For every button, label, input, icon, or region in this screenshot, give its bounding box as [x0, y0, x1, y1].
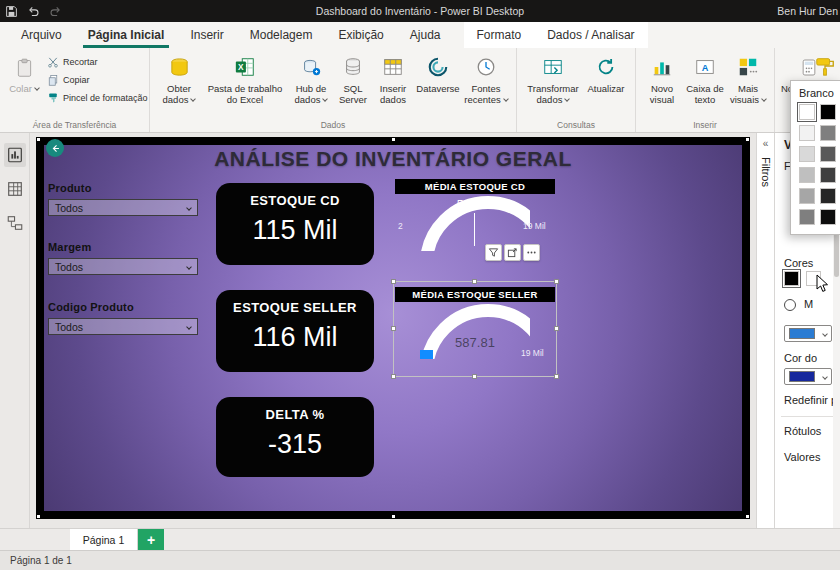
refresh-button[interactable]: Atualizar [583, 51, 629, 94]
resize-handle[interactable] [554, 326, 559, 331]
color-swatch[interactable] [799, 188, 815, 204]
color-swatch[interactable] [820, 146, 836, 162]
slicer-label-produto: Produto [48, 182, 92, 194]
color-swatch[interactable] [799, 167, 815, 183]
data-view-button[interactable] [4, 177, 26, 201]
resize-handle[interactable] [472, 279, 477, 284]
focus-mode-icon[interactable] [504, 244, 521, 261]
color-swatch[interactable] [820, 125, 836, 141]
dashboard-background: ANÁLISE DO INVENTÁRIO GERAL Produto Todo… [44, 145, 742, 511]
filter-icon[interactable] [485, 244, 502, 261]
chevron-down-icon [34, 85, 40, 91]
resize-handle[interactable] [554, 279, 559, 284]
tab-exibicao[interactable]: Exibição [325, 22, 396, 48]
table-icon [382, 54, 404, 80]
get-data-button[interactable]: Obter dados [156, 51, 202, 105]
add-page-button[interactable]: + [138, 529, 164, 550]
color-dropdown-2[interactable] [784, 368, 832, 385]
save-icon[interactable] [0, 0, 22, 22]
tab-modelagem[interactable]: Modelagem [237, 22, 326, 48]
sql-server-button[interactable]: SQL Server [334, 51, 372, 105]
color-swatch[interactable] [799, 209, 815, 225]
resize-handle[interactable] [391, 326, 396, 331]
paste-button[interactable]: Colar [6, 51, 42, 107]
slicer-dropdown-margem[interactable]: Todos [48, 258, 198, 275]
chevron-down-icon [186, 205, 192, 211]
card-estoque-seller[interactable]: ESTOQUE SELLER 116 Mil [216, 290, 374, 372]
recent-sources-button[interactable]: Fontes recentes [462, 51, 510, 105]
filters-pane-collapsed[interactable]: « Filtros [756, 133, 774, 528]
gauge-seller-arc[interactable] [420, 304, 530, 359]
gauge-cd-min: 2 [398, 221, 403, 231]
color-dropdown-1[interactable] [784, 325, 832, 342]
resize-handle[interactable] [391, 279, 396, 284]
tab-bar-spacer [0, 529, 70, 550]
more-visuals-icon [737, 54, 759, 80]
redo-icon[interactable] [44, 0, 66, 22]
resize-handle[interactable] [472, 374, 477, 379]
color-swatch[interactable] [820, 104, 836, 120]
color-swatch[interactable] [820, 188, 836, 204]
page-handle [392, 138, 395, 141]
tab-dados-analisar[interactable]: Dados / Analisar [534, 22, 647, 48]
format-painter-button[interactable]: Pincel de formatação [44, 89, 151, 107]
data-hub-button[interactable]: Hub de dados [288, 51, 334, 105]
account-name[interactable]: Ben Hur Den [777, 0, 838, 22]
tab-formato[interactable]: Formato [464, 22, 535, 48]
report-page[interactable]: ANÁLISE DO INVENTÁRIO GERAL Produto Todo… [36, 137, 750, 519]
undo-arrow-icon [27, 5, 40, 18]
chevron-down-icon [822, 374, 828, 380]
data-hub-icon [300, 54, 322, 80]
slicer-dropdown-produto[interactable]: Todos [48, 199, 198, 216]
more-visuals-button[interactable]: Mais visuais [728, 51, 768, 105]
tab-ajuda[interactable]: Ajuda [397, 22, 454, 48]
color-swatch[interactable] [799, 104, 815, 120]
dashboard-title: ANÁLISE DO INVENTÁRIO GERAL [44, 147, 742, 171]
color-swatch[interactable] [820, 209, 836, 225]
tab-pagina-inicial[interactable]: Página Inicial [75, 22, 178, 48]
main-area: ANÁLISE DO INVENTÁRIO GERAL Produto Todo… [0, 133, 840, 528]
copy-button[interactable]: Copiar [44, 71, 151, 89]
excel-icon: X [234, 54, 256, 80]
color-swatch[interactable] [799, 146, 815, 162]
enter-data-button[interactable]: Inserir dados [372, 51, 414, 105]
theme-color-grid [799, 104, 840, 225]
color-swatch[interactable] [799, 125, 815, 141]
chevron-down-icon [565, 96, 571, 102]
tab-inserir[interactable]: Inserir [177, 22, 236, 48]
more-options-icon[interactable] [523, 244, 540, 261]
model-view-button[interactable] [4, 211, 26, 235]
resize-handle[interactable] [554, 374, 559, 379]
report-view-button[interactable] [4, 143, 26, 167]
report-canvas-area: ANÁLISE DO INVENTÁRIO GERAL Produto Todo… [30, 133, 756, 528]
page-handle [392, 515, 395, 518]
chevron-down-icon [191, 96, 197, 102]
color-well-black[interactable] [784, 271, 799, 286]
card-estoque-cd[interactable]: ESTOQUE CD 115 Mil [216, 183, 374, 265]
chevron-down-icon [186, 264, 192, 270]
color-swatch[interactable] [820, 167, 836, 183]
cut-button[interactable]: Recortar [44, 53, 151, 71]
card-delta[interactable]: DELTA % -315 [216, 397, 374, 477]
slicer-dropdown-codigo-produto[interactable]: Todos [48, 318, 198, 335]
page-handle [746, 138, 749, 141]
refresh-icon [595, 54, 617, 80]
section-rotulos[interactable]: Rótulos [784, 425, 840, 437]
undo-icon[interactable] [22, 0, 44, 22]
paint-roller-icon[interactable] [814, 54, 836, 82]
expand-pane-icon[interactable]: « [757, 138, 774, 149]
section-valores[interactable]: Valores [784, 451, 840, 463]
resize-handle[interactable] [391, 374, 396, 379]
dataverse-button[interactable]: Dataverse [414, 51, 462, 94]
group-label-queries: Consultas [517, 120, 635, 130]
text-box-button[interactable]: A Caixa de texto [682, 51, 728, 105]
transform-data-button[interactable]: Transformar dados [523, 51, 583, 105]
window-title: Dashboard do Inventário - Power BI Deskt… [0, 5, 840, 17]
reset-to-default-link[interactable]: Redefinir para o padrão [784, 394, 840, 406]
tab-arquivo[interactable]: Arquivo [8, 22, 75, 48]
excel-workbook-button[interactable]: X Pasta de trabalho do Excel [202, 51, 288, 105]
color-well-white[interactable] [806, 271, 821, 286]
new-visual-button[interactable]: Novo visual [642, 51, 682, 105]
visual-toolbar [485, 244, 540, 261]
page-tab-pagina-1[interactable]: Página 1 [70, 529, 138, 550]
